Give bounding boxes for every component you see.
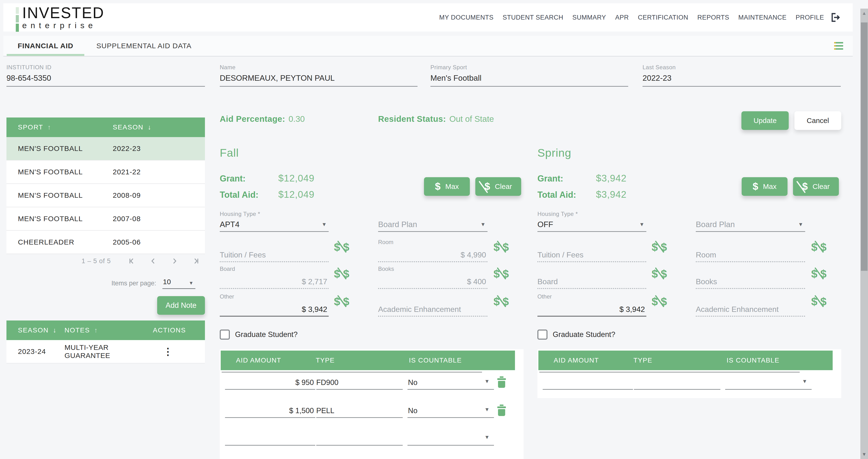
nav-summary[interactable]: SUMMARY — [572, 14, 606, 21]
sport-column-header[interactable]: SPORT ↑ — [6, 123, 113, 131]
is-countable-select[interactable]: No — [408, 406, 417, 415]
cancel-button[interactable]: Cancel — [795, 111, 841, 130]
dollar-slash-icon[interactable]: $ — [502, 295, 509, 308]
sort-asc-icon[interactable]: ↑ — [94, 327, 98, 334]
spring-books-money-icons[interactable]: $ $ — [811, 267, 827, 281]
room-input[interactable]: Room — [696, 246, 805, 262]
is-countable-select[interactable]: No — [408, 378, 417, 387]
table-row[interactable]: MEN'S FOOTBALL 2008-09 — [6, 184, 205, 207]
dollar-slash-icon[interactable]: $ — [502, 241, 509, 254]
table-row[interactable]: 2023-24 MULTI-YEAR GUARANTEE ⋮ — [6, 340, 205, 364]
aid-amount-input[interactable]: $ 950 — [225, 378, 314, 387]
sort-asc-icon[interactable]: ↑ — [48, 123, 51, 131]
aid-amount-input[interactable]: $ 1,500 — [225, 406, 314, 415]
dollar-slash-icon[interactable]: $ — [820, 295, 827, 308]
spring-board-money-icons[interactable]: $ $ — [652, 267, 667, 281]
spring-room-money-icons[interactable]: $ $ — [811, 240, 827, 254]
institution-id-value[interactable]: 98-654-5350 — [6, 71, 205, 87]
add-note-button[interactable]: Add Note — [157, 296, 205, 315]
fall-other-money-icons[interactable]: $ $ — [334, 294, 349, 309]
nav-apr[interactable]: APR — [615, 14, 629, 21]
dollar-slash-icon[interactable]: $ — [343, 295, 349, 308]
dollar-slash-icon[interactable]: $ — [820, 267, 827, 280]
table-row[interactable]: CHEERLEADER 2005-06 — [6, 231, 205, 254]
aid-type-input[interactable]: PELL — [316, 406, 334, 415]
menu-icon[interactable] — [834, 42, 843, 51]
fall-room-money-icons[interactable]: $ $ — [494, 240, 509, 254]
tab-financial-aid[interactable]: FINANCIAL AID — [7, 36, 84, 56]
logout-icon[interactable] — [829, 12, 841, 23]
fall-board-money-icons[interactable]: $ $ — [334, 267, 349, 281]
nav-profile[interactable]: PROFILE — [796, 14, 824, 21]
dollar-slash-icon[interactable]: $ — [343, 267, 349, 280]
graduate-student-checkbox[interactable] — [537, 330, 548, 340]
graduate-student-checkbox[interactable] — [220, 330, 230, 340]
sort-desc-icon[interactable]: ↓ — [148, 123, 152, 131]
dollar-slash-icon[interactable]: $ — [343, 241, 349, 254]
scrollbar-down-icon[interactable]: ▼ — [860, 452, 868, 457]
notes-season-column-header[interactable]: SEASON ↓ — [6, 327, 64, 334]
spring-other-money-icons[interactable]: $ $ — [652, 294, 667, 309]
dollar-slash-icon[interactable]: $ — [820, 241, 827, 254]
chevron-down-icon[interactable]: ▼ — [485, 378, 490, 385]
delete-row-icon[interactable] — [497, 376, 506, 388]
aid-type-input[interactable]: FD900 — [316, 378, 338, 387]
scrollbar-up-icon[interactable]: ▲ — [860, 10, 868, 16]
tab-supplemental-aid-data[interactable]: SUPPLEMENTAL AID DATA — [85, 36, 202, 56]
fall-max-button[interactable]: $ Max — [424, 177, 470, 196]
room-input[interactable]: $ 4,990 — [378, 246, 488, 262]
nav-student-search[interactable]: STUDENT SEARCH — [502, 14, 563, 21]
table-row[interactable]: MEN'S FOOTBALL 2007-08 — [6, 207, 205, 231]
dollar-slash-icon[interactable]: $ — [502, 267, 509, 280]
spring-academic-money-icons[interactable]: $ $ — [811, 294, 827, 309]
board-input[interactable]: Board — [537, 273, 646, 289]
kebab-menu-icon[interactable]: ⋮ — [163, 348, 173, 355]
dollar-slash-icon[interactable]: $ — [661, 295, 667, 308]
housing-type-value[interactable]: OFF ▼ — [537, 218, 646, 232]
season-column-header[interactable]: SEASON ↓ — [113, 123, 152, 131]
chevron-down-icon[interactable]: ▼ — [485, 406, 490, 413]
fall-tuition-money-icons[interactable]: $ $ — [334, 240, 349, 254]
spring-max-button[interactable]: $ Max — [742, 177, 787, 196]
tuition-input[interactable]: Tuition / Fees — [537, 246, 646, 262]
spring-clear-button[interactable]: $ Clear — [793, 177, 839, 196]
table-row[interactable]: MEN'S FOOTBALL 2022-23 — [6, 137, 205, 160]
delete-row-icon[interactable] — [497, 404, 506, 416]
table-row[interactable]: MEN'S FOOTBALL 2021-22 — [6, 160, 205, 184]
last-season-value[interactable]: 2022-23 — [643, 71, 841, 87]
horizontal-scrollbar[interactable] — [222, 372, 482, 373]
scrollbar-thumb[interactable] — [861, 23, 868, 271]
board-plan-value[interactable]: Board Plan ▼ — [378, 218, 488, 232]
other-input[interactable]: $ 3,942 — [220, 300, 329, 317]
nav-certification[interactable]: CERTIFICATION — [638, 14, 688, 21]
fall-books-money-icons[interactable]: $ $ — [494, 267, 509, 281]
dollar-slash-icon[interactable]: $ — [661, 241, 667, 254]
fall-academic-money-icons[interactable]: $ $ — [494, 294, 509, 309]
notes-notes-column-header[interactable]: NOTES ↑ — [64, 327, 153, 334]
chevron-down-icon[interactable]: ▼ — [802, 378, 807, 385]
other-input[interactable]: $ 3,942 — [537, 300, 646, 317]
spring-tuition-money-icons[interactable]: $ $ — [652, 240, 667, 254]
tuition-input[interactable]: Tuition / Fees — [220, 246, 329, 262]
previous-page-icon[interactable] — [149, 257, 157, 265]
horizontal-scrollbar[interactable] — [539, 372, 800, 373]
last-page-icon[interactable] — [192, 257, 200, 265]
primary-sport-value[interactable]: Men's Football — [430, 71, 628, 87]
books-input[interactable]: $ 400 — [378, 273, 488, 289]
housing-type-value[interactable]: APT4 ▼ — [220, 218, 329, 232]
dollar-slash-icon[interactable]: $ — [661, 267, 667, 280]
fall-clear-button[interactable]: $ Clear — [475, 177, 521, 196]
page-scrollbar[interactable]: ▲ ▼ — [860, 9, 868, 459]
academic-input[interactable]: Academic Enhancement — [696, 300, 805, 317]
board-plan-value[interactable]: Board Plan ▼ — [696, 218, 805, 232]
nav-my-documents[interactable]: MY DOCUMENTS — [439, 14, 494, 21]
sort-desc-icon[interactable]: ↓ — [53, 327, 57, 334]
academic-input[interactable]: Academic Enhancement — [378, 300, 488, 317]
chevron-down-icon[interactable]: ▼ — [485, 434, 490, 440]
name-value[interactable]: DESORMEAUX, PEYTON PAUL — [220, 71, 417, 87]
board-input[interactable]: $ 2,717 — [220, 273, 329, 289]
nav-reports[interactable]: REPORTS — [697, 14, 729, 21]
nav-maintenance[interactable]: MAINTENANCE — [738, 14, 786, 21]
update-button[interactable]: Update — [741, 111, 789, 130]
first-page-icon[interactable] — [128, 257, 136, 265]
